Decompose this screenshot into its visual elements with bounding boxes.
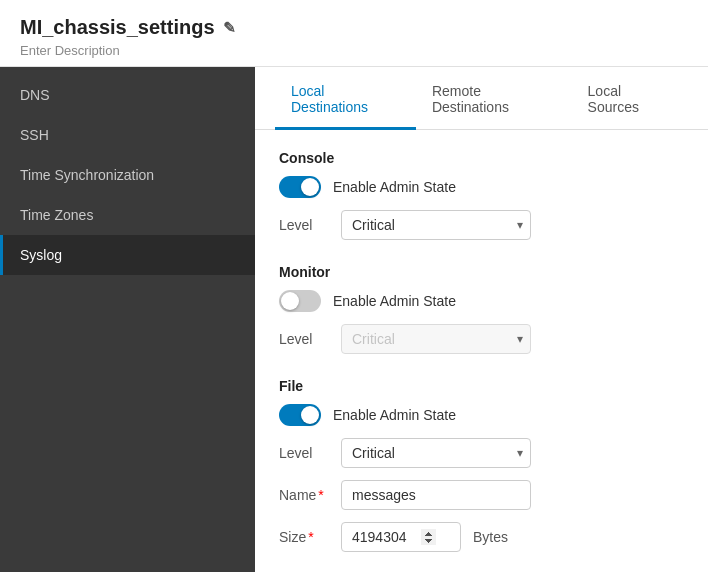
file-label: File xyxy=(279,378,684,394)
tab-local-sources[interactable]: Local Sources xyxy=(572,67,688,130)
tab-remote-destinations[interactable]: Remote Destinations xyxy=(416,67,572,130)
monitor-toggle-row: Enable Admin State xyxy=(279,290,684,312)
monitor-toggle-track xyxy=(279,290,321,312)
file-size-input-wrapper xyxy=(341,522,461,552)
monitor-section: Monitor Enable Admin State Level Critic xyxy=(279,264,684,354)
file-level-select[interactable]: Critical Error Warning Notice Info Debug xyxy=(341,438,531,468)
monitor-label: Monitor xyxy=(279,264,684,280)
console-toggle[interactable] xyxy=(279,176,321,198)
monitor-toggle-thumb xyxy=(281,292,299,310)
file-toggle-track xyxy=(279,404,321,426)
main-layout: DNS SSH Time Synchronization Time Zones … xyxy=(0,67,708,572)
console-toggle-thumb xyxy=(301,178,319,196)
tab-local-destinations[interactable]: Local Destinations xyxy=(275,67,416,130)
monitor-level-select[interactable]: Critical Error Warning Notice Info Debug xyxy=(341,324,531,354)
monitor-level-label: Level xyxy=(279,331,329,347)
sidebar-item-ssh[interactable]: SSH xyxy=(0,115,255,155)
file-level-row: Level Critical Error Warning Notice Info… xyxy=(279,438,684,468)
console-toggle-label: Enable Admin State xyxy=(333,179,456,195)
sidebar-item-time-synchronization[interactable]: Time Synchronization xyxy=(0,155,255,195)
console-level-row: Level Critical Error Warning Notice Info… xyxy=(279,210,684,240)
file-level-select-wrapper: Critical Error Warning Notice Info Debug… xyxy=(341,438,531,468)
monitor-level-select-wrapper: Critical Error Warning Notice Info Debug… xyxy=(341,324,531,354)
page-title-row: MI_chassis_settings ✎ xyxy=(20,16,688,39)
tab-content: Console Enable Admin State Level Critic xyxy=(255,130,708,572)
monitor-toggle[interactable] xyxy=(279,290,321,312)
file-section: File Enable Admin State Level Critical xyxy=(279,378,684,552)
monitor-level-row: Level Critical Error Warning Notice Info… xyxy=(279,324,684,354)
console-toggle-track xyxy=(279,176,321,198)
file-toggle[interactable] xyxy=(279,404,321,426)
page-description: Enter Description xyxy=(20,43,688,58)
sidebar-item-time-zones[interactable]: Time Zones xyxy=(0,195,255,235)
console-level-select-wrapper: Critical Error Warning Notice Info Debug… xyxy=(341,210,531,240)
file-level-label: Level xyxy=(279,445,329,461)
console-toggle-row: Enable Admin State xyxy=(279,176,684,198)
tab-bar: Local Destinations Remote Destinations L… xyxy=(255,67,708,130)
console-section: Console Enable Admin State Level Critic xyxy=(279,150,684,240)
monitor-toggle-label: Enable Admin State xyxy=(333,293,456,309)
file-size-unit: Bytes xyxy=(473,529,508,545)
file-toggle-row: Enable Admin State xyxy=(279,404,684,426)
file-name-row: Name xyxy=(279,480,684,510)
file-toggle-thumb xyxy=(301,406,319,424)
edit-icon[interactable]: ✎ xyxy=(223,19,236,37)
file-size-label: Size xyxy=(279,529,329,545)
console-level-label: Level xyxy=(279,217,329,233)
file-name-input[interactable] xyxy=(341,480,531,510)
file-name-label: Name xyxy=(279,487,329,503)
sidebar-item-dns[interactable]: DNS xyxy=(0,75,255,115)
page-title: MI_chassis_settings xyxy=(20,16,215,39)
file-size-row: Size Bytes xyxy=(279,522,684,552)
sidebar: DNS SSH Time Synchronization Time Zones … xyxy=(0,67,255,572)
page-header: MI_chassis_settings ✎ Enter Description xyxy=(0,0,708,67)
sidebar-item-syslog[interactable]: Syslog xyxy=(0,235,255,275)
file-size-input[interactable] xyxy=(341,522,461,552)
console-level-select[interactable]: Critical Error Warning Notice Info Debug xyxy=(341,210,531,240)
main-content: Local Destinations Remote Destinations L… xyxy=(255,67,708,572)
console-label: Console xyxy=(279,150,684,166)
file-toggle-label: Enable Admin State xyxy=(333,407,456,423)
